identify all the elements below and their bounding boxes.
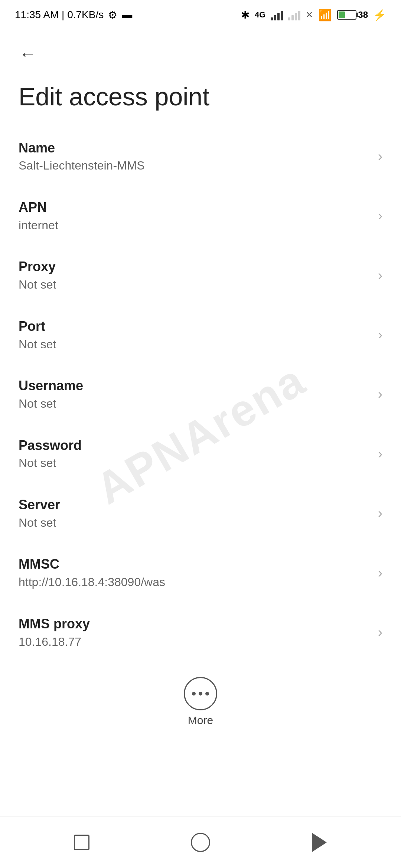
settings-item-content: Server Not set — [19, 496, 371, 530]
settings-item-value: Not set — [19, 277, 371, 293]
status-bar: 11:35 AM | 0.7KB/s ⚙ ▬ ✱ 4G ✕ 📶 38 — [0, 0, 401, 30]
settings-item-port[interactable]: Port Not set › — [0, 305, 401, 365]
more-button[interactable] — [184, 677, 217, 710]
chevron-right-icon: › — [378, 506, 382, 521]
chevron-right-icon: › — [378, 387, 382, 402]
wifi-icon: 📶 — [318, 9, 332, 22]
settings-item-label: Username — [19, 377, 371, 395]
settings-item-content: Username Not set — [19, 377, 371, 411]
back-nav-icon — [312, 833, 327, 852]
settings-item-content: MMS proxy 10.16.18.77 — [19, 615, 371, 650]
settings-item-username[interactable]: Username Not set › — [0, 365, 401, 424]
back-arrow-icon: ← — [19, 44, 36, 64]
settings-item-label: Proxy — [19, 258, 371, 276]
settings-list: Name Salt-Liechtenstein-MMS › APN intern… — [0, 127, 401, 662]
chevron-right-icon: › — [378, 565, 382, 581]
home-button[interactable] — [182, 824, 219, 861]
settings-item-value: Not set — [19, 515, 371, 531]
settings-item-value: internet — [19, 218, 371, 233]
settings-item-label: Server — [19, 496, 371, 514]
settings-item-label: MMS proxy — [19, 615, 371, 633]
chevron-right-icon: › — [378, 327, 382, 343]
settings-item-value: Not set — [19, 456, 371, 471]
signal-bars-1 — [271, 9, 283, 20]
more-section: More — [0, 666, 401, 738]
settings-item-label: MMSC — [19, 556, 371, 573]
battery-box — [337, 10, 356, 20]
video-icon: ▬ — [122, 9, 132, 21]
more-dots-icon — [192, 692, 209, 696]
settings-item-name[interactable]: Name Salt-Liechtenstein-MMS › — [0, 127, 401, 186]
settings-item-mms-proxy[interactable]: MMS proxy 10.16.18.77 › — [0, 603, 401, 662]
time-display: 11:35 AM | 0.7KB/s — [15, 9, 104, 21]
home-icon — [191, 833, 210, 852]
back-button[interactable]: ← — [15, 41, 41, 67]
battery-fill — [339, 11, 345, 18]
settings-item-content: Proxy Not set — [19, 258, 371, 292]
settings-item-server[interactable]: Server Not set › — [0, 484, 401, 543]
settings-item-label: APN — [19, 199, 371, 216]
settings-item-mmsc[interactable]: MMSC http://10.16.18.4:38090/was › — [0, 543, 401, 602]
recent-apps-icon — [74, 835, 89, 850]
settings-item-content: MMSC http://10.16.18.4:38090/was — [19, 556, 371, 590]
settings-item-value: Salt-Liechtenstein-MMS — [19, 158, 371, 174]
back-nav-button[interactable] — [301, 824, 338, 861]
battery-percent: 38 — [358, 10, 368, 20]
settings-item-value: http://10.16.18.4:38090/was — [19, 575, 371, 590]
chevron-right-icon: › — [378, 149, 382, 164]
settings-item-proxy[interactable]: Proxy Not set › — [0, 246, 401, 305]
gear-icon: ⚙ — [108, 9, 117, 21]
settings-item-content: Name Salt-Liechtenstein-MMS — [19, 139, 371, 174]
settings-item-content: Password Not set — [19, 437, 371, 471]
charging-icon: ⚡ — [373, 9, 386, 21]
settings-item-password[interactable]: Password Not set › — [0, 424, 401, 484]
chevron-right-icon: › — [378, 208, 382, 224]
status-left: 11:35 AM | 0.7KB/s ⚙ ▬ — [15, 9, 132, 21]
settings-item-content: APN internet — [19, 199, 371, 233]
settings-item-value: 10.16.18.77 — [19, 634, 371, 650]
back-area: ← — [0, 30, 401, 74]
settings-item-label: Password — [19, 437, 371, 454]
status-right: ✱ 4G ✕ 📶 38 ⚡ — [241, 9, 386, 22]
settings-item-value: Not set — [19, 337, 371, 352]
settings-item-content: Port Not set — [19, 318, 371, 352]
chevron-right-icon: › — [378, 625, 382, 640]
signal-bars-2 — [288, 9, 300, 20]
settings-item-value: Not set — [19, 396, 371, 412]
page-title: Edit access point — [0, 74, 401, 127]
battery-indicator: 38 — [337, 10, 368, 20]
more-label: More — [188, 714, 213, 727]
nav-bar — [0, 816, 401, 868]
bluetooth-icon: ✱ — [241, 9, 250, 21]
chevron-right-icon: › — [378, 268, 382, 283]
settings-item-label: Port — [19, 318, 371, 335]
settings-item-apn[interactable]: APN internet › — [0, 186, 401, 246]
chevron-right-icon: › — [378, 446, 382, 462]
recent-apps-button[interactable] — [63, 824, 100, 861]
network-type: 4G — [255, 10, 265, 20]
settings-item-label: Name — [19, 139, 371, 157]
no-signal-icon: ✕ — [306, 10, 313, 20]
